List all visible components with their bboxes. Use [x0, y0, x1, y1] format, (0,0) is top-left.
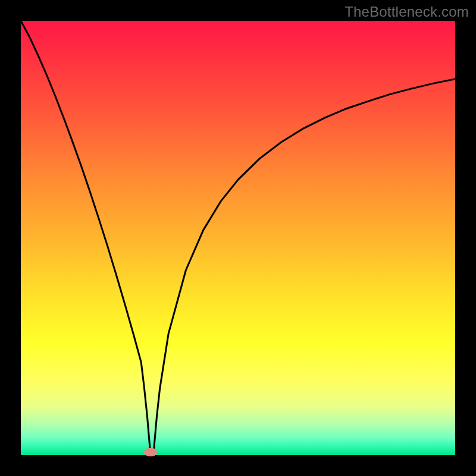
plot-area: [21, 21, 455, 455]
bottleneck-curve: [21, 21, 455, 455]
watermark-text: TheBottleneck.com: [345, 4, 469, 20]
optimum-marker: [144, 448, 157, 456]
chart-frame: TheBottleneck.com: [0, 0, 476, 476]
